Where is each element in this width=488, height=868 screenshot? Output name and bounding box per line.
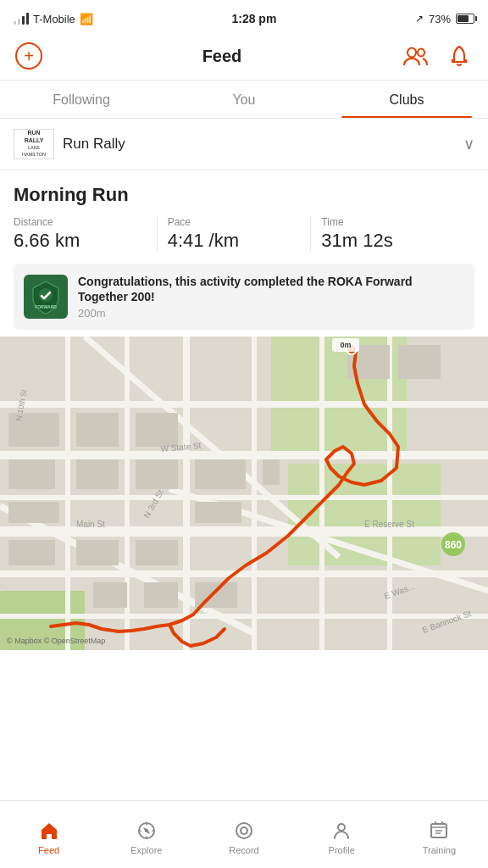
svg-rect-29: [136, 459, 178, 489]
challenge-badge: FORWARD: [24, 275, 68, 319]
club-info: RUNRALLYLAKE HAMILTON Run Rally: [14, 129, 125, 159]
page-title: Feed: [202, 47, 242, 66]
congrats-text: Congratulations, this activity completed…: [78, 274, 464, 320]
status-bar: T-Mobile 📶 1:28 pm ↗ 73%: [0, 0, 488, 34]
time-label: Time: [321, 216, 454, 228]
record-icon: [233, 820, 255, 842]
wifi-icon: 📶: [80, 13, 93, 25]
stat-distance: Distance 6.66 km: [14, 216, 158, 252]
tab-you[interactable]: You: [163, 81, 325, 118]
notifications-button[interactable]: [444, 41, 474, 71]
profile-icon: [330, 820, 352, 842]
club-logo: RUNRALLYLAKE HAMILTON: [14, 129, 54, 159]
svg-rect-31: [8, 540, 55, 565]
svg-point-59: [338, 824, 345, 831]
stats-row: Distance 6.66 km Pace 4:41 /km Time 31m …: [14, 216, 474, 252]
stat-pace: Pace 4:41 /km: [168, 216, 312, 252]
nav-profile[interactable]: Profile: [293, 815, 391, 855]
distance-value: 6.66 km: [14, 230, 147, 252]
activity-title: Morning Run: [14, 184, 474, 206]
header-right: [400, 41, 474, 71]
tab-bar: Following You Clubs: [0, 81, 488, 119]
tab-clubs[interactable]: Clubs: [325, 81, 488, 118]
nav-record-label: Record: [229, 845, 258, 855]
nav-explore[interactable]: Explore: [97, 815, 195, 855]
friends-button[interactable]: [400, 41, 430, 71]
svg-rect-32: [76, 540, 119, 565]
club-row[interactable]: RUNRALLYLAKE HAMILTON Run Rally ∨: [0, 119, 488, 170]
nav-explore-label: Explore: [130, 845, 162, 855]
nav-profile-label: Profile: [329, 845, 355, 855]
battery-percent: 73%: [429, 13, 451, 25]
time-value: 31m 12s: [321, 230, 454, 252]
svg-rect-25: [8, 459, 55, 489]
svg-rect-38: [144, 582, 178, 608]
badge-icon: FORWARD: [30, 280, 62, 314]
svg-text:FORWARD: FORWARD: [35, 304, 57, 309]
nav-training-label: Training: [423, 845, 456, 855]
bell-icon: [449, 45, 469, 67]
home-icon: [38, 820, 60, 842]
activity-map: W State St Main St E Reserve St N 3rd St…: [0, 337, 488, 650]
svg-rect-26: [76, 413, 119, 447]
svg-point-58: [241, 828, 247, 833]
svg-rect-34: [195, 459, 246, 489]
group-icon: [403, 46, 427, 66]
svg-text:Main St: Main St: [76, 520, 105, 529]
pace-label: Pace: [168, 216, 301, 228]
status-left: T-Mobile 📶: [14, 13, 93, 25]
svg-rect-27: [76, 459, 119, 489]
add-activity-button[interactable]: +: [14, 41, 44, 71]
add-icon: +: [15, 42, 42, 70]
battery-icon: [456, 14, 474, 24]
svg-text:860: 860: [445, 539, 462, 551]
nav-training[interactable]: Training: [391, 815, 488, 855]
svg-point-1: [418, 49, 424, 57]
nav-record[interactable]: Record: [195, 815, 292, 855]
compass-icon: [136, 820, 158, 842]
map-copyright: © Mapbox © OpenStreetMap: [7, 637, 105, 645]
svg-rect-30: [8, 502, 59, 523]
nav-feed-label: Feed: [38, 845, 59, 855]
app-header: + Feed: [0, 34, 488, 81]
signal-icon: [14, 13, 29, 25]
map-svg: W State St Main St E Reserve St N 3rd St…: [0, 337, 488, 650]
club-name: Run Rally: [63, 136, 125, 153]
svg-rect-36: [263, 459, 280, 485]
location-arrow-icon: ↗: [415, 13, 424, 25]
carrier-label: T-Mobile: [33, 13, 75, 25]
svg-rect-37: [93, 582, 127, 608]
svg-rect-28: [136, 413, 178, 447]
svg-rect-35: [195, 502, 241, 523]
svg-text:E Reserve St: E Reserve St: [364, 520, 414, 529]
congrats-sub-text: 200m: [78, 307, 464, 320]
status-right: ↗ 73%: [415, 13, 474, 25]
distance-label: Distance: [14, 216, 147, 228]
tab-following[interactable]: Following: [0, 81, 163, 118]
training-icon: [428, 820, 450, 842]
bottom-nav: Feed Explore Record: [0, 800, 488, 868]
nav-feed[interactable]: Feed: [0, 815, 97, 855]
status-time: 1:28 pm: [231, 12, 276, 25]
svg-rect-41: [398, 345, 441, 379]
svg-text:0m: 0m: [340, 341, 351, 349]
pace-value: 4:41 /km: [168, 230, 301, 252]
congrats-main-text: Congratulations, this activity completed…: [78, 274, 464, 304]
header-left: +: [14, 41, 44, 71]
activity-card: Morning Run Distance 6.66 km Pace 4:41 /…: [0, 170, 488, 337]
congrats-banner[interactable]: FORWARD Congratulations, this activity c…: [14, 264, 474, 330]
chevron-down-icon[interactable]: ∨: [463, 135, 474, 153]
svg-point-0: [408, 48, 416, 58]
svg-rect-33: [136, 540, 178, 565]
stat-time: Time 31m 12s: [321, 216, 464, 252]
